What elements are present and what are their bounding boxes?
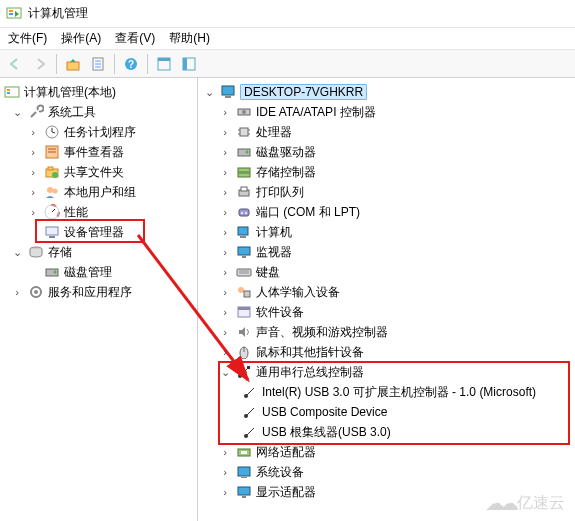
svg-rect-57	[242, 256, 246, 258]
menu-help[interactable]: 帮助(H)	[169, 30, 210, 47]
tree-users[interactable]: 本地用户和组	[64, 184, 136, 201]
device-tree[interactable]: ⌄ DESKTOP-7VGHKRR ›IDE ATA/ATAPI 控制器 ›处理…	[198, 78, 575, 521]
tree-task[interactable]: 任务计划程序	[64, 124, 136, 141]
storagectl-icon	[236, 164, 252, 180]
expand-icon[interactable]: ⌄	[10, 106, 24, 119]
disk-icon	[44, 264, 60, 280]
expand-icon[interactable]: ›	[218, 466, 232, 478]
dev-host[interactable]: DESKTOP-7VGHKRR	[240, 84, 367, 100]
dev-display[interactable]: 显示适配器	[256, 484, 316, 501]
svg-rect-55	[240, 236, 246, 238]
sysdev-icon	[236, 464, 252, 480]
svg-point-23	[52, 172, 58, 178]
expand-icon[interactable]: ›	[218, 146, 232, 158]
dev-usb1[interactable]: Intel(R) USB 3.0 可扩展主机控制器 - 1.0 (Microso…	[262, 384, 536, 401]
svg-rect-54	[238, 227, 248, 235]
svg-rect-1	[9, 10, 13, 12]
tree-services[interactable]: 服务和应用程序	[48, 284, 132, 301]
expand-icon[interactable]: ›	[26, 206, 40, 218]
dev-keyboard[interactable]: 键盘	[256, 264, 280, 281]
mouse-icon	[236, 344, 252, 360]
dev-ports[interactable]: 端口 (COM 和 LPT)	[256, 204, 360, 221]
expand-icon[interactable]: ›	[218, 166, 232, 178]
expand-icon[interactable]: ›	[218, 306, 232, 318]
expand-icon[interactable]: ›	[26, 186, 40, 198]
menu-action[interactable]: 操作(A)	[61, 30, 101, 47]
svg-rect-62	[244, 291, 250, 297]
dev-cpu[interactable]: 处理器	[256, 124, 292, 141]
expand-icon[interactable]: ›	[218, 126, 232, 138]
sound-icon	[236, 324, 252, 340]
tree-share[interactable]: 共享文件夹	[64, 164, 124, 181]
dev-diskdrive[interactable]: 磁盘驱动器	[256, 144, 316, 161]
mgmt-icon	[4, 84, 20, 100]
usb-icon	[242, 404, 258, 420]
dev-monitor[interactable]: 监视器	[256, 244, 292, 261]
dev-usb3[interactable]: USB 根集线器(USB 3.0)	[262, 424, 391, 441]
collapse-icon[interactable]: ⌄	[218, 366, 232, 379]
expand-icon[interactable]: ›	[218, 266, 232, 278]
toolbar-props-button[interactable]	[87, 53, 109, 75]
clock-icon	[44, 124, 60, 140]
expand-icon[interactable]: ›	[218, 326, 232, 338]
svg-rect-75	[241, 477, 247, 478]
expand-icon[interactable]: ›	[26, 126, 40, 138]
expand-icon[interactable]: ›	[26, 166, 40, 178]
tree-systools[interactable]: 系统工具	[48, 104, 96, 121]
toolbar-back-button[interactable]	[4, 53, 26, 75]
dev-usb2[interactable]: USB Composite Device	[262, 405, 387, 419]
toolbar-view2-button[interactable]	[178, 53, 200, 75]
tree-storage[interactable]: 存储	[48, 244, 72, 261]
keyboard-icon	[236, 264, 252, 280]
menu-file[interactable]: 文件(F)	[8, 30, 47, 47]
menu-view[interactable]: 查看(V)	[115, 30, 155, 47]
expand-icon[interactable]: ⌄	[10, 246, 24, 259]
expand-icon[interactable]: ›	[218, 446, 232, 458]
users-icon	[44, 184, 60, 200]
expand-icon[interactable]: ›	[218, 226, 232, 238]
expand-icon[interactable]: ›	[26, 146, 40, 158]
svg-rect-22	[48, 167, 53, 170]
dev-sound[interactable]: 声音、视频和游戏控制器	[256, 324, 388, 341]
hid-icon	[236, 284, 252, 300]
expand-icon[interactable]: ›	[218, 186, 232, 198]
tree-perf[interactable]: 性能	[64, 204, 88, 221]
toolbar-help-button[interactable]: ?	[120, 53, 142, 75]
svg-rect-48	[238, 173, 250, 177]
svg-rect-64	[238, 307, 250, 310]
dev-storagectl[interactable]: 存储控制器	[256, 164, 316, 181]
left-tree[interactable]: 计算机管理(本地) ⌄ 系统工具 › 任务计划程序 › 事件查看器 › 共享文件…	[0, 78, 198, 521]
usb-icon	[236, 364, 252, 380]
tree-event[interactable]: 事件查看器	[64, 144, 124, 161]
toolbar-up-button[interactable]	[62, 53, 84, 75]
dev-sysdev[interactable]: 系统设备	[256, 464, 304, 481]
tree-devmgr[interactable]: 设备管理器	[64, 224, 124, 241]
svg-rect-56	[238, 247, 250, 255]
dev-net[interactable]: 网络适配器	[256, 444, 316, 461]
dev-software[interactable]: 软件设备	[256, 304, 304, 321]
dev-ide[interactable]: IDE ATA/ATAPI 控制器	[256, 104, 376, 121]
toolbar-forward-button[interactable]	[29, 53, 51, 75]
expand-icon[interactable]: ›	[218, 346, 232, 358]
expand-icon[interactable]: ›	[218, 286, 232, 298]
expand-icon[interactable]: ⌄	[202, 86, 216, 99]
tree-disk[interactable]: 磁盘管理	[64, 264, 112, 281]
svg-text:?: ?	[128, 59, 134, 70]
expand-icon[interactable]: ›	[218, 486, 232, 498]
expand-icon[interactable]: ›	[10, 286, 24, 298]
dev-usb[interactable]: 通用串行总线控制器	[256, 364, 364, 381]
printer-icon	[236, 184, 252, 200]
svg-rect-13	[183, 58, 187, 70]
dev-computer[interactable]: 计算机	[256, 224, 292, 241]
tree-root[interactable]: 计算机管理(本地)	[24, 84, 116, 101]
expand-icon[interactable]: ›	[218, 106, 232, 118]
port-icon	[236, 204, 252, 220]
dev-printq[interactable]: 打印队列	[256, 184, 304, 201]
expand-icon[interactable]: ›	[218, 206, 232, 218]
svg-rect-77	[242, 496, 246, 498]
toolbar-view-button[interactable]	[153, 53, 175, 75]
dev-mouse[interactable]: 鼠标和其他指针设备	[256, 344, 364, 361]
svg-rect-29	[46, 227, 58, 235]
expand-icon[interactable]: ›	[218, 246, 232, 258]
dev-hid[interactable]: 人体学输入设备	[256, 284, 340, 301]
